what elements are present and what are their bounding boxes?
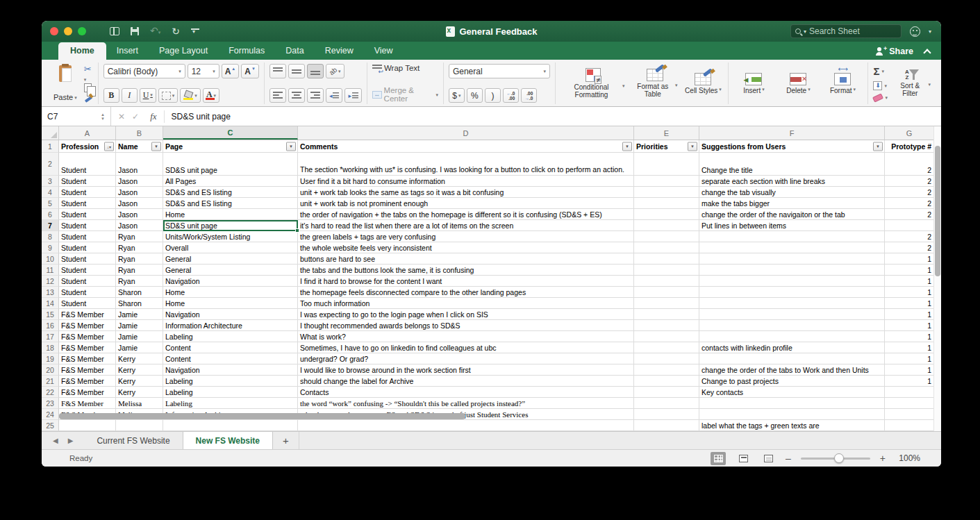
cell-A11[interactable]: Student <box>59 265 116 276</box>
cell-E8[interactable] <box>634 231 699 242</box>
cell-A13[interactable]: Student <box>59 287 116 298</box>
feedback-smiley-icon[interactable] <box>910 26 920 37</box>
percent-button[interactable]: % <box>467 88 483 103</box>
cell-B9[interactable]: Ryan <box>116 242 163 253</box>
clear-button[interactable] <box>873 95 888 101</box>
cell-D7[interactable]: it's hard to read the list when there ar… <box>298 220 634 231</box>
cell-G19[interactable]: 1 <box>885 353 934 364</box>
cell-E11[interactable] <box>634 265 699 276</box>
bold-button[interactable]: B <box>103 88 119 103</box>
page-break-view-button[interactable] <box>761 452 776 465</box>
cell-C14[interactable]: Home <box>163 298 298 309</box>
zoom-slider-thumb[interactable] <box>834 453 844 463</box>
cell-G10[interactable]: 1 <box>885 253 934 265</box>
cell-A7[interactable]: Student <box>59 220 116 231</box>
column-header-D[interactable]: D <box>298 126 634 140</box>
cell-F8[interactable] <box>699 231 885 242</box>
zoom-out-button[interactable]: – <box>786 453 791 464</box>
row-header-6[interactable]: 6 <box>42 209 59 220</box>
page-layout-view-button[interactable] <box>736 452 751 465</box>
cell-B2[interactable]: Jason <box>116 153 163 176</box>
cell-A2[interactable]: Student <box>59 153 116 176</box>
row-header-1[interactable]: 1 <box>42 140 59 153</box>
zoom-in-button[interactable]: + <box>880 453 886 464</box>
column-header-C[interactable]: C <box>163 126 298 140</box>
column-header-B[interactable]: B <box>116 126 163 140</box>
close-window-button[interactable] <box>50 27 58 35</box>
cell-A18[interactable]: F&S Member <box>59 342 116 353</box>
borders-button[interactable] <box>158 88 178 103</box>
cell-B23[interactable]: Melissa <box>116 398 163 409</box>
cell-G15[interactable]: 1 <box>885 309 934 320</box>
cell-C12[interactable]: Navigation <box>163 276 298 287</box>
cell-styles-button[interactable]: Cell Styles <box>683 72 723 95</box>
conditional-formatting-button[interactable]: Conditional Formatting <box>560 67 626 99</box>
cell-G6[interactable]: 2 <box>885 209 934 220</box>
increase-decimal-button[interactable]: ←.0.00 <box>503 88 519 103</box>
cell-E18[interactable] <box>634 342 699 353</box>
row-header-3[interactable]: 3 <box>42 176 59 187</box>
row-header-14[interactable]: 14 <box>42 298 59 309</box>
cell-C4[interactable]: SD&S and ES listing <box>163 187 298 198</box>
align-center-button[interactable] <box>288 88 305 103</box>
cell-C16[interactable]: Information Architecture <box>163 320 298 331</box>
cell-A14[interactable]: Student <box>59 298 116 309</box>
next-sheet-button[interactable]: ▶ <box>68 437 74 444</box>
cell-A3[interactable]: Student <box>59 176 116 187</box>
cell-E25[interactable] <box>634 420 699 431</box>
number-format-select[interactable]: General <box>449 64 550 78</box>
cell-G18[interactable]: 1 <box>885 342 934 353</box>
cell-C19[interactable]: Content <box>163 353 298 364</box>
cell-B11[interactable]: Ryan <box>116 265 163 276</box>
row-header-8[interactable]: 8 <box>42 231 59 242</box>
delete-cells-button[interactable]: Delete <box>778 72 818 95</box>
font-size-select[interactable]: 12 <box>188 64 219 78</box>
row-header-25[interactable]: 25 <box>42 420 59 431</box>
cell-D12[interactable]: I find it hard to browse for the content… <box>298 276 634 287</box>
cell-C7[interactable]: SD&S unit page <box>163 220 298 231</box>
cell-D25[interactable] <box>298 420 634 431</box>
fill-handle[interactable] <box>295 228 299 233</box>
row-header-2[interactable]: 2 <box>42 153 59 176</box>
row-header-17[interactable]: 17 <box>42 331 59 342</box>
cell-D17[interactable]: What is work? <box>298 331 634 342</box>
row-header-19[interactable]: 19 <box>42 353 59 364</box>
cell-F3[interactable]: separate each section with line breaks <box>699 176 885 187</box>
cell-F10[interactable] <box>699 253 885 265</box>
cell-E21[interactable] <box>634 376 699 387</box>
cell-G24[interactable] <box>885 409 934 420</box>
cell-B1[interactable]: Name▼ <box>116 140 163 153</box>
collapse-ribbon-icon[interactable] <box>923 49 931 56</box>
cell-B16[interactable]: Jamie <box>116 320 163 331</box>
merge-center-button[interactable]: ↔ Merge & Center <box>372 86 438 103</box>
row-header-24[interactable]: 24 <box>42 409 59 420</box>
cell-F2[interactable]: Change the title <box>699 153 885 176</box>
fullscreen-window-button[interactable] <box>78 27 86 35</box>
cell-F15[interactable] <box>699 309 885 320</box>
cell-B15[interactable]: Jamie <box>116 309 163 320</box>
cell-B4[interactable]: Jason <box>116 187 163 198</box>
cell-A8[interactable]: Student <box>59 231 116 242</box>
cell-A22[interactable]: F&S Member <box>59 387 116 398</box>
underline-button[interactable]: U <box>140 88 156 103</box>
cell-G9[interactable]: 2 <box>885 242 934 253</box>
cell-D21[interactable]: should change the label for Archive <box>298 376 634 387</box>
cell-F6[interactable]: change the order of the navigaiton or th… <box>699 209 885 220</box>
cell-B5[interactable]: Jason <box>116 198 163 209</box>
cell-D4[interactable]: unit + work tab looks the same as tags s… <box>298 187 634 198</box>
cell-C20[interactable]: Navigation <box>163 364 298 376</box>
cell-F25[interactable]: label what the tags + green texts are <box>699 420 885 431</box>
name-box-stepper[interactable]: ▲▼ <box>101 112 105 121</box>
cell-G12[interactable]: 1 <box>885 276 934 287</box>
tab-insert[interactable]: Insert <box>106 42 149 60</box>
wrap-text-button[interactable]: Wrap Text <box>372 64 438 72</box>
name-box[interactable]: C7 ▲▼ <box>42 107 111 126</box>
font-color-button[interactable]: A <box>203 88 219 103</box>
tab-home[interactable]: Home <box>58 42 106 60</box>
cell-F20[interactable]: change the order of the tabs to Work and… <box>699 364 885 376</box>
cancel-icon[interactable]: ✕ <box>118 112 125 121</box>
cell-G4[interactable]: 2 <box>885 187 934 198</box>
cell-G21[interactable]: 1 <box>885 376 934 387</box>
autosum-button[interactable]: Σ <box>873 67 888 76</box>
cell-C5[interactable]: SD&S and ES listing <box>163 198 298 209</box>
